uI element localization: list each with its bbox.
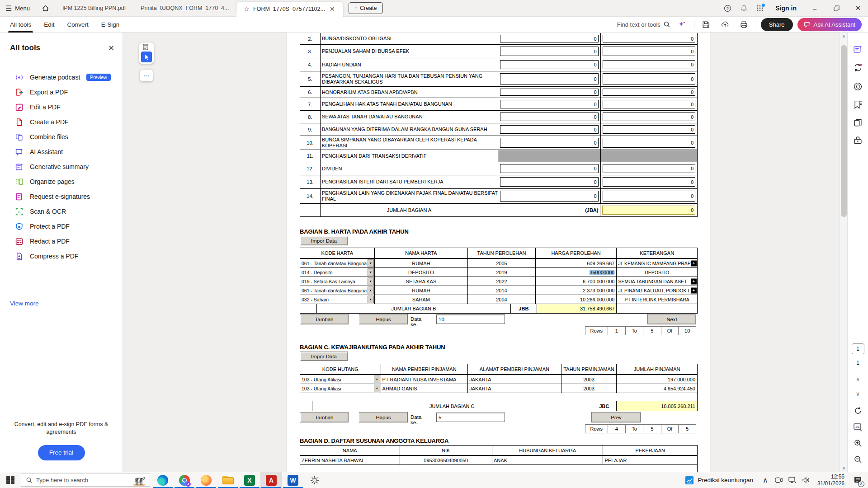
value-field[interactable]: 0 — [603, 177, 696, 187]
part-c-prev-button[interactable]: Prev — [591, 412, 641, 422]
tool-item-scan-ocr[interactable]: AScan & OCR — [0, 204, 123, 219]
value-field[interactable]: 0 — [603, 60, 696, 69]
kode-cell[interactable]: 061 - Tanah dan/atau Banguna▼ — [300, 286, 375, 295]
nama-cell[interactable]: ZERRIN NASHITA BAHWAL — [300, 456, 400, 465]
tool-item-create-a-pdf[interactable]: Create a PDF — [0, 114, 123, 130]
taskbar-app-firefox[interactable] — [195, 472, 217, 488]
ribbon-tab-edit[interactable]: Edit — [38, 17, 61, 33]
kode-dropdown-button[interactable]: ▼ — [374, 385, 380, 392]
part-b-next-button[interactable]: Next — [647, 314, 696, 324]
ai-tools-button[interactable] — [675, 18, 689, 31]
tool-item-compress-a-pdf[interactable]: Compress a PDF — [0, 249, 123, 264]
value-field[interactable]: 0 — [500, 191, 598, 202]
hubungan-cell[interactable]: ANAK — [492, 456, 603, 465]
value-field[interactable]: 0 — [603, 191, 696, 202]
tool-item-combine-files[interactable]: Combine files — [0, 129, 123, 145]
kode-dropdown-button[interactable]: ▼ — [368, 259, 374, 267]
harga-cell[interactable]: 350000000 — [536, 268, 617, 277]
tool-item-export-a-pdf[interactable]: Export a PDF — [0, 84, 123, 100]
keterangan-cell[interactable]: PT INTERLINK PERMISHARA — [617, 295, 697, 304]
kode-cell[interactable]: 032 - Saham▼ — [300, 295, 375, 304]
ribbon-tab-all-tools[interactable]: All tools — [4, 17, 38, 33]
apps-grid-button[interactable] — [753, 1, 767, 15]
home-button[interactable] — [36, 5, 55, 12]
jumlah-cell[interactable]: 4.654.924.450 — [617, 384, 697, 393]
network-icon[interactable] — [787, 472, 798, 488]
value-field[interactable]: 0 — [603, 138, 696, 148]
tool-item-request-e-signatures[interactable]: Request e-signatures — [0, 189, 123, 204]
harga-cell[interactable]: 6.700.000.000 — [536, 277, 617, 286]
kode-cell[interactable]: 103 - Utang Afiliasi▼ — [300, 375, 381, 384]
zoom-out-icon[interactable] — [851, 453, 865, 466]
value-field[interactable]: 0 — [500, 113, 598, 121]
tahun-cell[interactable]: 2003 — [561, 384, 617, 393]
taskbar-app-word[interactable]: W — [282, 472, 304, 488]
current-page-field[interactable]: 1 — [852, 343, 864, 354]
tab-close-icon[interactable]: ✕ — [329, 5, 336, 13]
part-b-tambah-button[interactable]: Tambah — [300, 314, 349, 324]
next-page-chevron[interactable]: ∨ — [851, 387, 865, 400]
restore-button[interactable] — [826, 0, 846, 16]
value-field[interactable]: 0 — [603, 35, 696, 42]
jbb-total-field[interactable]: 31.758.490.667 — [537, 304, 617, 313]
panel-close-icon[interactable]: ✕ — [108, 44, 114, 52]
minimize-button[interactable]: – — [805, 0, 825, 16]
value-field[interactable]: 0 — [500, 35, 598, 42]
value-field[interactable]: 0 — [500, 177, 598, 187]
taskbar-search-box[interactable]: Type here to search — [21, 474, 150, 487]
jbc-total-field[interactable]: 18.805.268.211 — [617, 401, 697, 411]
value-field[interactable]: 0 — [603, 47, 696, 56]
ribbon-tab-convert[interactable]: Convert — [61, 17, 95, 33]
keterangan-cell[interactable]: DEPOSITO — [617, 268, 697, 277]
tool-item-ai-assistant[interactable]: AI Assistant — [0, 144, 123, 160]
keterangan-cell[interactable]: JL KEMANG IC MAMPANG PRAP+ — [617, 259, 697, 267]
tahun-cell[interactable]: 2022 — [468, 277, 536, 286]
tool-item-organize-pages[interactable]: Organize pages — [0, 174, 123, 189]
start-button[interactable] — [0, 472, 21, 488]
ask-ai-assistant-button[interactable]: Ask AI Assistant — [797, 18, 862, 31]
value-field[interactable]: 0 — [603, 89, 696, 96]
alamat-cell[interactable]: JAKARTA — [468, 375, 561, 384]
pages-list-icon[interactable] — [143, 44, 150, 50]
tahun-cell[interactable]: 2003 — [561, 375, 617, 384]
nik-cell[interactable]: 0953036504090050 — [400, 456, 493, 465]
kode-dropdown-button[interactable]: ▼ — [368, 286, 374, 294]
scrollbar-thumb[interactable] — [841, 45, 847, 217]
jba-total-field[interactable]: 0 — [602, 206, 695, 215]
convert-icon[interactable] — [851, 61, 865, 74]
jumlah-cell[interactable]: 197.000.000 — [617, 375, 697, 384]
value-field[interactable]: 0 — [603, 73, 696, 84]
app-menu-button[interactable]: ☰ Menu — [0, 4, 36, 13]
tool-item-generative-summary[interactable]: Generative summary — [0, 159, 123, 174]
value-field[interactable]: 0 — [603, 125, 696, 134]
previous-page-chevron[interactable]: ∧ — [851, 372, 865, 386]
value-field[interactable]: 0 — [500, 125, 598, 134]
bookmarks-icon[interactable] — [851, 98, 865, 111]
scroll-down-arrow[interactable]: ∨ — [840, 465, 847, 472]
rotate-page-icon[interactable] — [851, 404, 865, 418]
kode-cell[interactable]: 019 - Setara Kas Lainnya▼ — [300, 277, 375, 286]
tahun-cell[interactable]: 2004 — [468, 295, 536, 304]
part-c-hapus-button[interactable]: Hapus — [359, 412, 408, 422]
document-tab-1[interactable]: IPM 1225 Billing PPN.pdf — [55, 0, 133, 17]
kode-cell[interactable]: 103 - Utang Afiliasi▼ — [300, 384, 381, 393]
comments-icon[interactable] — [851, 80, 865, 93]
nama-cell[interactable]: DEPOSITO — [375, 268, 468, 277]
help-button[interactable]: ? — [720, 1, 735, 15]
page-thumbnails-icon[interactable] — [851, 116, 865, 129]
kode-cell[interactable]: 061 - Tanah dan/atau Banguna▼ — [300, 259, 375, 267]
keterangan-cell[interactable]: SEMUA TABUNGAN DAN ASET+ — [617, 277, 697, 286]
value-field[interactable]: 0 — [500, 89, 598, 96]
taskbar-widget[interactable]: Prediksi keuntungan — [680, 475, 758, 485]
expand-button[interactable]: + — [691, 278, 697, 284]
part-c-import-button[interactable]: Impor Data — [300, 352, 348, 361]
kode-dropdown-button[interactable]: ▼ — [368, 296, 374, 303]
nama-cell[interactable]: RUMAH — [375, 259, 468, 267]
harga-cell[interactable]: 2.373.000.000 — [536, 286, 617, 295]
taskbar-app-excel[interactable]: X — [239, 472, 260, 488]
value-field[interactable]: 0 — [500, 73, 598, 84]
scroll-up-arrow[interactable]: ∧ — [840, 33, 847, 40]
tahun-cell[interactable]: 2014 — [468, 286, 536, 295]
tahun-cell[interactable]: 2005 — [468, 259, 536, 267]
kode-cell[interactable]: 014 - Deposito▼ — [300, 268, 375, 277]
